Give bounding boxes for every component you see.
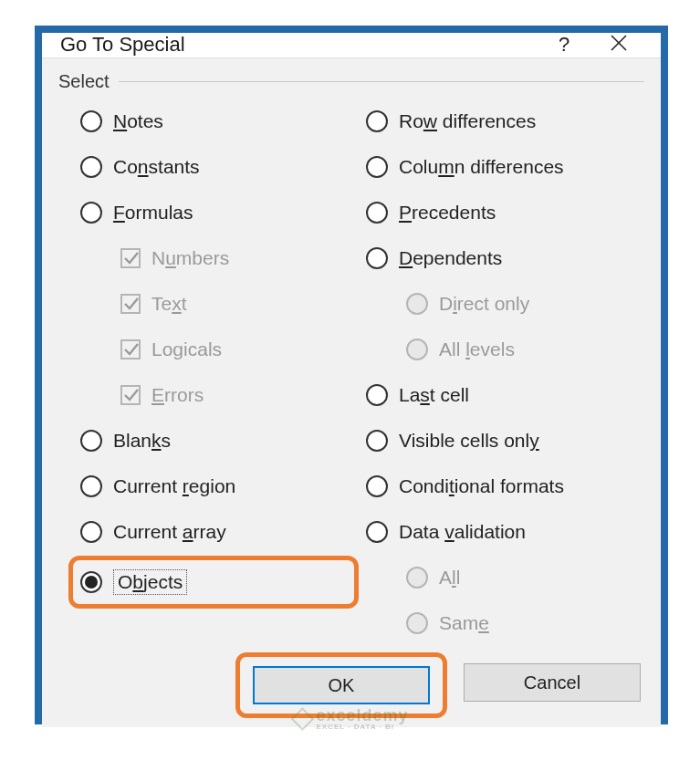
option-label: Direct only xyxy=(439,293,529,315)
option-right-6[interactable]: Last cell xyxy=(366,373,644,417)
radio-icon xyxy=(366,247,388,269)
radio-icon xyxy=(406,567,428,589)
option-label: Logicals xyxy=(151,339,222,360)
option-right-10: All xyxy=(366,556,644,599)
radio-icon xyxy=(80,430,102,452)
option-right-3[interactable]: Dependents xyxy=(366,236,644,280)
group-divider xyxy=(119,81,644,82)
radio-icon xyxy=(80,521,102,543)
option-left-10[interactable]: Objects xyxy=(68,556,359,609)
radio-icon xyxy=(80,156,102,178)
radio-icon xyxy=(406,612,428,634)
close-icon xyxy=(610,34,628,52)
option-label: Last cell xyxy=(399,384,469,406)
option-label: All levels xyxy=(439,339,515,360)
option-right-0[interactable]: Row differences xyxy=(366,99,644,143)
option-label: Dependents xyxy=(399,247,502,269)
close-button[interactable] xyxy=(591,34,646,56)
dialog-frame: Go To Special ? Select NotesConstantsFor… xyxy=(35,26,668,724)
option-label: Precedents xyxy=(399,202,496,224)
option-label: Text xyxy=(151,293,187,315)
option-left-6: Errors xyxy=(80,373,359,417)
cancel-button-label: Cancel xyxy=(524,672,580,693)
options-columns: NotesConstantsFormulasNumbersTextLogical… xyxy=(58,99,644,645)
radio-icon xyxy=(366,521,388,543)
radio-icon xyxy=(406,339,428,360)
option-right-5: All levels xyxy=(366,328,644,371)
radio-icon xyxy=(366,475,388,497)
option-label: Objects xyxy=(113,569,187,595)
checkbox-icon xyxy=(120,294,141,314)
option-left-8[interactable]: Current region xyxy=(80,464,359,508)
goto-special-dialog: Go To Special ? Select NotesConstantsFor… xyxy=(42,33,661,717)
option-label: Visible cells only xyxy=(399,430,539,452)
dialog-title: Go To Special xyxy=(60,33,537,57)
ok-button[interactable]: OK xyxy=(253,666,430,704)
option-label: Numbers xyxy=(151,247,229,269)
option-right-1[interactable]: Column differences xyxy=(366,145,644,189)
option-right-4: Direct only xyxy=(366,282,644,326)
help-button[interactable]: ? xyxy=(537,33,591,57)
option-left-7[interactable]: Blanks xyxy=(80,419,359,463)
button-row: OK Cancel xyxy=(58,645,644,713)
options-column-right: Row differencesColumn differencesPrecede… xyxy=(359,99,644,645)
option-right-11: Same xyxy=(366,601,644,645)
option-label: Errors xyxy=(151,384,204,406)
option-label: Same xyxy=(439,612,489,634)
radio-icon xyxy=(366,156,388,178)
checkbox-icon xyxy=(120,385,141,405)
radio-icon xyxy=(80,571,102,593)
radio-icon xyxy=(80,202,102,224)
option-label: Constants xyxy=(113,156,200,178)
option-label: Conditional formats xyxy=(399,475,564,497)
option-label: Data validation xyxy=(399,521,526,543)
option-label: Column differences xyxy=(399,156,564,178)
option-label: Row differences xyxy=(399,110,536,132)
option-left-0[interactable]: Notes xyxy=(80,99,359,143)
radio-icon xyxy=(366,110,388,132)
option-left-3: Numbers xyxy=(80,236,359,280)
group-label: Select xyxy=(58,71,119,92)
option-label: Notes xyxy=(113,110,163,132)
group-header: Select xyxy=(58,71,644,92)
option-label: Current array xyxy=(113,521,226,543)
option-right-7[interactable]: Visible cells only xyxy=(366,419,644,463)
ok-highlight: OK xyxy=(235,652,447,718)
option-right-9[interactable]: Data validation xyxy=(366,510,644,554)
checkbox-icon xyxy=(120,248,141,268)
option-label: Formulas xyxy=(113,202,193,224)
option-left-2[interactable]: Formulas xyxy=(80,191,359,234)
radio-icon xyxy=(366,384,388,406)
option-left-1[interactable]: Constants xyxy=(80,145,359,189)
ok-button-label: OK xyxy=(329,675,355,696)
option-label: Blanks xyxy=(113,430,171,452)
radio-icon xyxy=(366,202,388,224)
radio-icon xyxy=(366,430,388,452)
option-left-4: Text xyxy=(80,282,359,326)
option-label: All xyxy=(439,567,460,589)
dialog-content: Select NotesConstantsFormulasNumbersText… xyxy=(42,57,661,727)
checkbox-icon xyxy=(120,339,141,359)
watermark-subtext: EXCEL · DATA · BI xyxy=(316,723,408,731)
radio-icon xyxy=(406,293,428,315)
option-left-9[interactable]: Current array xyxy=(80,510,359,554)
radio-icon xyxy=(80,110,102,132)
cancel-button[interactable]: Cancel xyxy=(464,663,641,702)
options-column-left: NotesConstantsFormulasNumbersTextLogical… xyxy=(58,99,359,645)
option-right-2[interactable]: Precedents xyxy=(366,191,644,234)
option-label: Current region xyxy=(113,475,235,497)
option-left-5: Logicals xyxy=(80,328,359,371)
radio-icon xyxy=(80,475,102,497)
option-right-8[interactable]: Conditional formats xyxy=(366,464,644,508)
titlebar: Go To Special ? xyxy=(42,33,661,57)
